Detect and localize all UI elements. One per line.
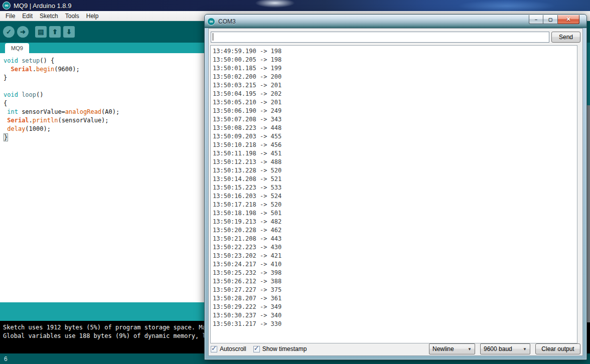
maximize-button[interactable]: ▢ — [543, 15, 558, 24]
arduino-logo-icon: ∞ — [207, 18, 215, 26]
ide-title-bar: ∞ MQ9 | Arduino 1.8.9 — [0, 0, 590, 11]
serial-line: 13:50:21.208 -> 443 — [213, 235, 577, 243]
serial-monitor-window: ∞ COM3 – ▢ ✕ Send 13:49:59.190 -> 19813:… — [204, 14, 587, 360]
autoscroll-checkbox[interactable]: ✓ Autoscroll — [211, 345, 246, 352]
document-icon: ▤ — [38, 28, 44, 36]
screen: ∞ MQ9 | Arduino 1.8.9 FileEditSketchTool… — [0, 0, 590, 364]
serial-output[interactable]: 13:49:59.190 -> 19813:50:00.205 -> 19813… — [210, 45, 577, 343]
baud-rate-value: 9600 baud — [484, 345, 512, 352]
serial-line: 13:50:29.222 -> 349 — [213, 303, 577, 311]
serial-line: 13:50:12.213 -> 488 — [213, 158, 577, 166]
serial-line: 13:50:26.212 -> 388 — [213, 277, 577, 286]
serial-line: 13:50:05.210 -> 201 — [213, 98, 577, 107]
show-timestamp-label: Show timestamp — [262, 345, 307, 352]
serial-monitor-title: COM3 — [218, 18, 236, 25]
window-controls: – ▢ ✕ — [529, 15, 579, 24]
checkbox-checked-icon: ✓ — [253, 346, 260, 352]
text-caret — [213, 33, 213, 41]
serial-line: 13:50:15.223 -> 533 — [213, 184, 577, 192]
open-sketch-button[interactable]: ⬆ — [49, 26, 61, 38]
serial-line: 13:50:31.217 -> 330 — [213, 320, 577, 328]
line-ending-value: Newline — [432, 345, 454, 352]
menu-edit[interactable]: Edit — [19, 12, 36, 21]
autoscroll-label: Autoscroll — [220, 345, 246, 352]
serial-line: 13:50:08.223 -> 448 — [213, 124, 577, 132]
serial-line: 13:50:06.190 -> 249 — [213, 107, 577, 115]
arduino-logo-icon: ∞ — [3, 2, 11, 10]
serial-send-input[interactable] — [211, 32, 549, 43]
serial-line: 13:50:23.202 -> 421 — [213, 252, 577, 260]
right-arrow-icon: ➜ — [20, 28, 26, 36]
verify-button[interactable]: ✓ — [3, 26, 15, 38]
close-button[interactable]: ✕ — [558, 15, 579, 24]
chevron-down-icon: ▼ — [517, 347, 527, 351]
serial-line: 13:49:59.190 -> 198 — [213, 47, 577, 56]
serial-line: 13:50:03.215 -> 201 — [213, 81, 577, 90]
minimize-button[interactable]: – — [529, 15, 543, 24]
serial-line: 13:50:19.213 -> 482 — [213, 218, 577, 226]
menu-tools[interactable]: Tools — [62, 12, 83, 21]
chevron-down-icon: ▼ — [462, 347, 472, 351]
serial-monitor-bottom-bar: ✓ Autoscroll ✓ Show timestamp Newline ▼ … — [211, 343, 580, 354]
serial-line: 13:50:18.198 -> 501 — [213, 209, 577, 218]
serial-line: 13:50:28.207 -> 361 — [213, 294, 577, 303]
upload-button[interactable]: ➜ — [17, 26, 29, 38]
ide-window-title: MQ9 | Arduino 1.8.9 — [14, 2, 71, 10]
tab-mq9[interactable]: MQ9 — [5, 43, 29, 53]
serial-line: 13:50:02.200 -> 200 — [213, 73, 577, 81]
save-sketch-button[interactable]: ⬇ — [63, 26, 75, 38]
serial-line: 13:50:30.237 -> 340 — [213, 311, 577, 320]
current-line-indicator: 6 — [4, 355, 8, 362]
serial-line: 13:50:16.203 -> 524 — [213, 192, 577, 201]
serial-line: 13:50:25.232 -> 398 — [213, 269, 577, 277]
up-arrow-icon: ⬆ — [52, 28, 58, 36]
serial-line: 13:50:17.218 -> 520 — [213, 201, 577, 209]
serial-line: 13:50:01.185 -> 199 — [213, 64, 577, 73]
baud-rate-select[interactable]: 9600 baud ▼ — [480, 343, 530, 354]
serial-line: 13:50:09.203 -> 455 — [213, 132, 577, 141]
serial-line: 13:50:24.217 -> 410 — [213, 260, 577, 269]
serial-line: 13:50:11.198 -> 451 — [213, 149, 577, 158]
serial-line: 13:50:10.218 -> 456 — [213, 141, 577, 149]
clear-output-label: Clear output — [541, 345, 574, 352]
send-button[interactable]: Send — [551, 32, 580, 43]
serial-line: 13:50:07.208 -> 343 — [213, 115, 577, 124]
serial-line: 13:50:00.205 -> 198 — [213, 56, 577, 64]
checkbox-checked-icon: ✓ — [211, 346, 217, 352]
show-timestamp-checkbox[interactable]: ✓ Show timestamp — [253, 345, 307, 352]
serial-line: 13:50:04.195 -> 202 — [213, 90, 577, 98]
serial-line: 13:50:20.228 -> 462 — [213, 226, 577, 235]
serial-line: 13:50:22.223 -> 430 — [213, 243, 577, 252]
serial-line: 13:50:13.228 -> 520 — [213, 166, 577, 175]
line-ending-select[interactable]: Newline ▼ — [429, 343, 475, 354]
send-button-label: Send — [559, 34, 573, 41]
maximize-icon: ▢ — [548, 17, 553, 22]
serial-monitor-content: Send 13:49:59.190 -> 19813:50:00.205 -> … — [208, 28, 583, 356]
down-arrow-icon: ⬇ — [66, 28, 72, 36]
minimize-icon: – — [535, 17, 537, 22]
serial-line: 13:50:14.208 -> 521 — [213, 175, 577, 184]
close-icon: ✕ — [566, 16, 570, 23]
new-sketch-button[interactable]: ▤ — [35, 26, 47, 38]
menu-file[interactable]: File — [2, 12, 19, 21]
clear-output-button[interactable]: Clear output — [535, 343, 580, 354]
serial-line: 13:50:27.227 -> 375 — [213, 286, 577, 294]
menu-help[interactable]: Help — [83, 12, 102, 21]
check-icon: ✓ — [6, 28, 12, 36]
menu-sketch[interactable]: Sketch — [36, 12, 62, 21]
